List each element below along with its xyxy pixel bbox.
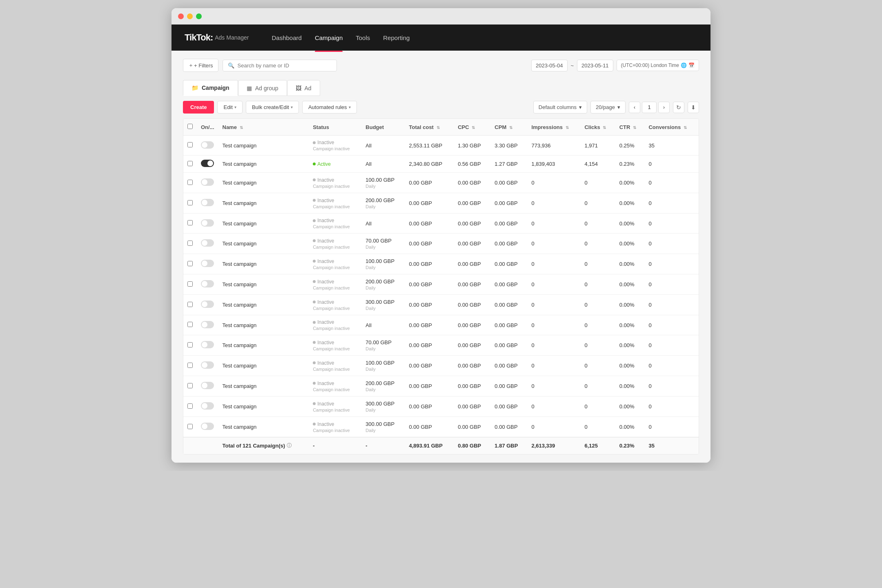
toggle-switch[interactable] — [201, 260, 214, 267]
header-checkbox[interactable] — [183, 119, 197, 136]
row-checkbox-cell[interactable] — [183, 214, 197, 234]
toggle-switch[interactable] — [201, 239, 214, 247]
nav-dashboard[interactable]: Dashboard — [272, 33, 301, 43]
row-checkbox-cell[interactable] — [183, 274, 197, 295]
nav-campaign[interactable]: Campaign — [315, 33, 343, 43]
row-checkbox[interactable] — [187, 161, 193, 166]
row-checkbox[interactable] — [187, 220, 193, 225]
header-conversions[interactable]: Conversions ⇅ — [644, 119, 699, 136]
default-columns-select[interactable]: Default columns ▾ — [533, 101, 587, 114]
row-toggle-cell[interactable] — [197, 214, 218, 234]
row-toggle-cell[interactable] — [197, 396, 218, 417]
toggle-switch[interactable] — [201, 382, 214, 389]
export-button[interactable]: ⬇ — [688, 102, 699, 113]
maximize-button[interactable] — [196, 13, 202, 19]
date-from-field[interactable]: 2023-05-04 — [531, 60, 568, 71]
toggle-switch[interactable] — [201, 321, 214, 328]
row-checkbox[interactable] — [187, 363, 193, 368]
tab-adgroup[interactable]: ▦ Ad group — [238, 80, 287, 96]
row-checkbox-cell[interactable] — [183, 193, 197, 214]
per-page-select[interactable]: 20/page ▾ — [590, 101, 626, 114]
row-toggle-cell[interactable] — [197, 315, 218, 335]
row-checkbox-cell[interactable] — [183, 173, 197, 193]
create-button[interactable]: Create — [183, 101, 214, 114]
row-checkbox-cell[interactable] — [183, 396, 197, 417]
header-total-cost[interactable]: Total cost ⇅ — [405, 119, 454, 136]
select-all-checkbox[interactable] — [187, 124, 193, 129]
row-toggle-cell[interactable] — [197, 173, 218, 193]
date-to-field[interactable]: 2023-05-11 — [577, 60, 613, 71]
minimize-button[interactable] — [187, 13, 193, 19]
search-input[interactable] — [238, 62, 332, 69]
next-page-button[interactable]: › — [658, 102, 670, 113]
toggle-switch[interactable] — [201, 219, 214, 227]
row-checkbox-cell[interactable] — [183, 315, 197, 335]
row-checkbox[interactable] — [187, 403, 193, 409]
edit-button[interactable]: Edit ▾ — [217, 101, 242, 114]
nav-tools[interactable]: Tools — [356, 33, 370, 43]
toggle-switch[interactable] — [201, 341, 214, 348]
row-toggle-cell[interactable] — [197, 136, 218, 156]
timezone-field[interactable]: (UTC+00:00) London Time 🌐 📅 — [617, 60, 699, 71]
row-checkbox-cell[interactable] — [183, 356, 197, 376]
header-clicks[interactable]: Clicks ⇅ — [580, 119, 615, 136]
row-checkbox[interactable] — [187, 322, 193, 327]
header-impressions[interactable]: Impressions ⇅ — [527, 119, 580, 136]
toggle-switch[interactable] — [201, 423, 214, 430]
row-checkbox-cell[interactable] — [183, 156, 197, 173]
toggle-switch[interactable] — [201, 199, 214, 206]
row-toggle-cell[interactable] — [197, 193, 218, 214]
row-checkbox-cell[interactable] — [183, 234, 197, 254]
row-checkbox[interactable] — [187, 302, 193, 307]
toggle-switch[interactable] — [201, 361, 214, 369]
row-checkbox-cell[interactable] — [183, 254, 197, 274]
prev-page-button[interactable]: ‹ — [629, 102, 640, 113]
row-toggle-cell[interactable] — [197, 376, 218, 396]
tab-ad[interactable]: 🖼 Ad — [287, 80, 320, 96]
toggle-switch[interactable] — [201, 280, 214, 287]
tab-campaign[interactable]: 📁 Campaign — [183, 80, 238, 96]
row-toggle-cell[interactable] — [197, 335, 218, 356]
row-checkbox[interactable] — [187, 342, 193, 347]
bulk-create-button[interactable]: Bulk create/Edit ▾ — [246, 101, 299, 114]
row-cpm: 1.27 GBP — [490, 156, 527, 173]
header-cpc[interactable]: CPC ⇅ — [454, 119, 490, 136]
row-toggle-cell[interactable] — [197, 156, 218, 173]
filter-button[interactable]: ＋ + Filters — [183, 59, 218, 72]
header-name[interactable]: Name ⇅ — [218, 119, 309, 136]
toggle-switch[interactable] — [201, 141, 214, 149]
row-checkbox[interactable] — [187, 383, 193, 388]
row-toggle-cell[interactable] — [197, 417, 218, 437]
toggle-switch[interactable] — [201, 160, 214, 167]
row-toggle-cell[interactable] — [197, 254, 218, 274]
row-checkbox[interactable] — [187, 424, 193, 429]
row-checkbox-cell[interactable] — [183, 295, 197, 315]
refresh-button[interactable]: ↻ — [673, 102, 684, 113]
row-checkbox-cell[interactable] — [183, 417, 197, 437]
row-checkbox[interactable] — [187, 180, 193, 185]
row-checkbox-cell[interactable] — [183, 376, 197, 396]
row-checkbox[interactable] — [187, 241, 193, 246]
row-toggle-cell[interactable] — [197, 234, 218, 254]
footer-ctr: 0.23% — [615, 437, 645, 454]
row-checkbox[interactable] — [187, 281, 193, 287]
toggle-switch[interactable] — [201, 402, 214, 410]
header-ctr[interactable]: CTR ⇅ — [615, 119, 645, 136]
automated-rules-button[interactable]: Automated rules ▾ — [302, 101, 357, 114]
row-toggle-cell[interactable] — [197, 295, 218, 315]
row-checkbox[interactable] — [187, 200, 193, 205]
row-checkbox-cell[interactable] — [183, 136, 197, 156]
row-checkbox-cell[interactable] — [183, 335, 197, 356]
row-checkbox[interactable] — [187, 142, 193, 147]
toggle-switch[interactable] — [201, 301, 214, 308]
row-toggle-cell[interactable] — [197, 274, 218, 295]
row-toggle-cell[interactable] — [197, 356, 218, 376]
row-checkbox[interactable] — [187, 261, 193, 266]
toggle-switch[interactable] — [201, 178, 214, 186]
info-icon[interactable]: ⓘ — [287, 442, 292, 449]
nav-reporting[interactable]: Reporting — [383, 33, 410, 43]
row-status: Active — [309, 156, 361, 173]
header-cpm[interactable]: CPM ⇅ — [490, 119, 527, 136]
close-button[interactable] — [178, 13, 184, 19]
row-name: Test campaign — [218, 156, 309, 173]
